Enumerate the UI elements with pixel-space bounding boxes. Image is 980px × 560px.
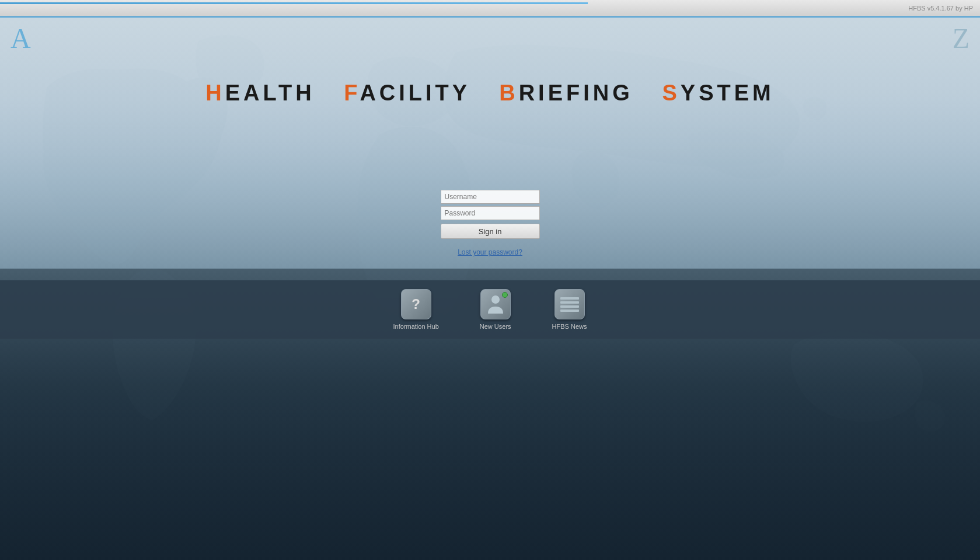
- information-hub-item[interactable]: ? Information Hub: [393, 289, 439, 330]
- title-text: HEALTH FACILITY BRIEFING SYSTEM: [205, 81, 774, 106]
- question-mark-icon: ?: [411, 296, 420, 312]
- news-icon: [558, 295, 581, 314]
- green-dot-icon: [502, 292, 508, 298]
- top-bar: HFBS v5.4.1.67 by HP: [0, 0, 980, 18]
- hfbs-news-label: HFBS News: [552, 323, 587, 330]
- icon-bar: ? Information Hub New Users: [0, 280, 980, 339]
- title-s: S: [662, 81, 680, 105]
- title-container: HEALTH FACILITY BRIEFING SYSTEM: [205, 81, 774, 106]
- login-form: Sign in Lost your password?: [432, 190, 549, 256]
- title-b: B: [499, 81, 518, 105]
- hfbs-news-icon-box: [554, 289, 585, 319]
- person-icon: [487, 294, 504, 315]
- information-hub-label: Information Hub: [393, 323, 439, 330]
- hfbs-news-item[interactable]: HFBS News: [552, 289, 587, 330]
- title-h: H: [205, 81, 225, 105]
- title-f: F: [344, 81, 360, 105]
- password-input[interactable]: [441, 206, 540, 220]
- corner-a: A: [11, 22, 31, 54]
- new-users-item[interactable]: New Users: [480, 289, 511, 330]
- new-users-icon-box: [480, 289, 511, 319]
- lost-password-link[interactable]: Lost your password?: [458, 248, 522, 256]
- username-input[interactable]: [441, 190, 540, 204]
- sign-in-button[interactable]: Sign in: [441, 224, 540, 239]
- main-bg: HEALTH FACILITY BRIEFING SYSTEM Sign in …: [0, 18, 980, 560]
- svg-point-0: [491, 295, 500, 304]
- version-text: HFBS v5.4.1.67 by HP: [908, 5, 973, 12]
- new-users-label: New Users: [480, 323, 511, 330]
- progress-bar: [0, 2, 588, 4]
- information-hub-icon-box: ?: [401, 289, 431, 319]
- corner-z: Z: [953, 22, 969, 54]
